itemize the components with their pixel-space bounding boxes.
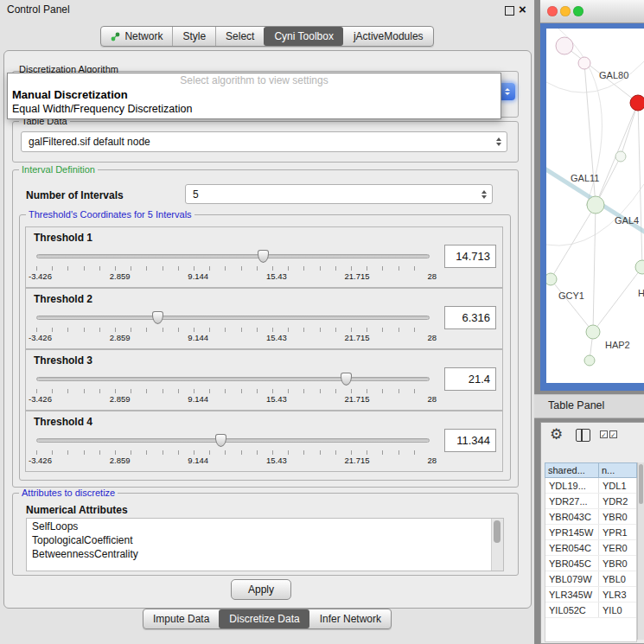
slider-thumb[interactable] [258,250,269,263]
table-cell: YBL079W [545,571,599,586]
number-of-intervals-label: Number of Intervals [26,189,124,201]
tab-impute-data[interactable]: Impute Data [143,609,219,628]
tick-label: -3.426 [29,394,52,404]
network-node[interactable] [586,325,600,339]
table-row[interactable]: YDL19...YDL1 [545,478,636,494]
table-row[interactable]: YDR27...YDR2 [545,494,636,509]
bottom-data-tabs: Impute DataDiscretize DataInfer Network [143,609,392,629]
tick-label: 9.144 [188,271,208,281]
network-node[interactable] [556,37,573,54]
network-edge[interactable] [621,103,638,156]
network-edge[interactable] [551,205,596,279]
threshold-2-panel: Threshold 2 -3.4262.8599.14415.4321.7152… [25,288,503,349]
tab-infer-network[interactable]: Infer Network [309,609,391,628]
checkbox-icon[interactable]: ✓ [600,430,608,438]
network-edge[interactable] [593,267,642,332]
slider-ticks [36,450,430,455]
tab-network[interactable]: Network [101,27,172,46]
table-row[interactable]: YBR043CYBR0 [545,509,636,525]
tab-style[interactable]: Style [172,27,215,46]
checkbox-icon[interactable]: ✓ [609,430,617,438]
network-node[interactable] [546,273,557,285]
attributes-scrollbar[interactable] [491,519,503,571]
tab-jactivemodules[interactable]: jActiveModules [343,27,433,46]
gear-icon[interactable]: ⚙ [550,425,563,443]
slider-thumb[interactable] [341,373,352,386]
table-header-row: shared... n... [545,462,637,478]
table-cell: YDL19... [545,478,599,493]
table-data-combo[interactable]: galFiltered.sif default node [21,131,507,152]
dropdown-options: Manual DiscretizationEqual Width/Frequen… [8,88,501,117]
tab-label: Style [182,30,206,42]
network-node[interactable] [630,95,644,111]
network-edge[interactable] [638,103,642,267]
table-scrollbar[interactable] [637,462,644,640]
network-edge[interactable] [551,279,593,332]
tab-label: Infer Network [320,613,381,625]
scrollbar-thumb[interactable] [494,520,501,543]
algorithm-option[interactable]: Equal Width/Frequency Discretization [8,103,501,117]
minimize-traffic-light[interactable] [560,6,571,16]
close-icon[interactable]: × [519,2,526,17]
attribute-list-item[interactable]: TopologicalCoefficient [27,533,492,547]
slider-thumb[interactable] [215,434,226,447]
network-canvas[interactable]: GAL80GAL11GAL4GCY1HAP2H [546,29,644,383]
table-cell: YBR045C [545,556,599,571]
algorithm-option[interactable]: Manual Discretization [8,88,501,103]
slider-track[interactable] [36,438,430,443]
arrow-up-icon [505,88,510,91]
tab-select[interactable]: Select [215,27,264,46]
network-node[interactable] [584,355,595,366]
tick-label: 15.43 [266,394,287,404]
threshold-label: Threshold 3 [34,354,92,367]
threshold-3-slider[interactable] [36,373,430,386]
column-header-name[interactable]: n... [599,462,637,478]
network-node[interactable] [635,260,644,274]
table-row[interactable]: YBL079WYBL0 [545,571,636,587]
columns-icon[interactable] [576,429,590,442]
column-header-shared-name[interactable]: shared... [545,462,599,478]
table-row[interactable]: YER054CYER0 [545,540,636,556]
attribute-list-item[interactable]: BetweennessCentrality [27,547,492,561]
zoom-traffic-light[interactable] [573,6,583,16]
number-of-intervals-combo[interactable]: 5 [185,184,493,204]
tick-label: 2.859 [110,456,131,465]
threshold-value-field[interactable]: 6.316 [444,306,496,329]
slider-track[interactable] [36,377,430,381]
close-traffic-light[interactable] [547,6,558,16]
tab-discretize-data[interactable]: Discretize Data [219,609,309,628]
threshold-1-slider[interactable] [36,250,430,264]
network-node[interactable] [615,151,626,162]
tick-label: -3.426 [29,271,52,281]
table-panel-title: Table Panel [548,399,604,411]
numerical-attributes-list[interactable]: SelfLoopsTopologicalCoefficientBetweenne… [26,518,504,571]
tab-cyni-toolbox[interactable]: Cyni Toolbox [264,27,342,46]
float-window-icon[interactable] [505,6,514,16]
scrollbar-thumb[interactable] [639,464,643,504]
attribute-list-item[interactable]: SelfLoops [27,520,492,533]
tick-label: 9.144 [188,456,208,465]
slider-tick-labels: -3.4262.8599.14415.4321.71528 [29,333,437,342]
interval-definition-title: Interval Definition [19,164,98,175]
table-row[interactable]: YBR045CYBR0 [545,556,636,571]
table-row[interactable]: YLR345WYLR3 [545,587,636,603]
table-panel-header: Table Panel [534,394,644,418]
network-edge[interactable] [593,205,596,332]
network-node[interactable] [578,57,590,69]
threshold-2-slider[interactable] [36,311,430,325]
combo-arrows-icon [481,190,487,199]
threshold-label: Threshold 1 [34,232,92,244]
threshold-value-field[interactable]: 11.344 [444,429,496,452]
threshold-4-slider[interactable] [36,434,430,448]
table-cell: YER054C [545,540,599,555]
network-node[interactable] [587,196,604,214]
slider-thumb[interactable] [152,311,163,324]
table-row[interactable]: YIL052CYIL0 [545,603,636,618]
threshold-value-field[interactable]: 14.713 [444,245,496,268]
table-row[interactable]: YPR145WYPR1 [545,525,636,540]
threshold-value-field[interactable]: 21.4 [444,367,496,391]
apply-button[interactable]: Apply [231,579,291,600]
slider-track[interactable] [36,254,430,258]
network-edge[interactable] [584,63,596,205]
slider-track[interactable] [36,316,430,320]
